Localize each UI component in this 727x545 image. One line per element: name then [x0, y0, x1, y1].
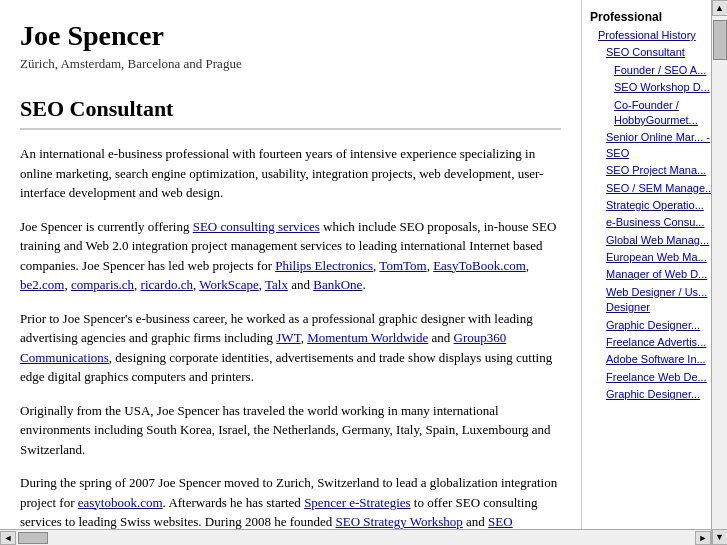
section-title: SEO Consultant: [20, 96, 561, 130]
sidebar-item-european-web[interactable]: European Web Ma...: [590, 250, 719, 265]
group360-link[interactable]: Group360 Communications: [20, 330, 506, 365]
tomtom-link[interactable]: TomTom: [379, 258, 426, 273]
sidebar-item-graphic-designer[interactable]: Graphic Designer...: [590, 318, 719, 333]
jwt-link[interactable]: JWT: [276, 330, 300, 345]
horizontal-scrollbar[interactable]: ◄ ►: [0, 529, 711, 545]
sidebar-item-web-designer[interactable]: Web Designer / Us... Designer: [590, 285, 719, 316]
momentum-link[interactable]: Momentum Worldwide: [307, 330, 428, 345]
scroll-up-arrow[interactable]: ▲: [712, 0, 728, 16]
paragraph-4: Originally from the USA, Joe Spencer has…: [20, 401, 561, 460]
paragraph-3: Prior to Joe Spencer's e-business career…: [20, 309, 561, 387]
seo-workshop-link[interactable]: SEO Strategy Workshop: [336, 514, 463, 529]
sidebar-item-freelance-advert[interactable]: Freelance Advertis...: [590, 335, 719, 350]
philips-link[interactable]: Philips Electronics: [275, 258, 373, 273]
scroll-down-arrow[interactable]: ▼: [712, 529, 728, 545]
scroll-left-arrow[interactable]: ◄: [0, 531, 16, 545]
paragraph-1: An international e-business professional…: [20, 144, 561, 203]
scroll-track: [16, 531, 695, 545]
seo-consulting-link[interactable]: SEO consulting services: [193, 219, 320, 234]
sidebar-item-cofounder[interactable]: Co-Founder / HobbyGourmet...: [590, 98, 719, 129]
scroll-thumb[interactable]: [713, 20, 727, 60]
sidebar: Professional Professional History SEO Co…: [582, 0, 727, 545]
workscape-link[interactable]: WorkScape: [199, 277, 259, 292]
sidebar-section-label: Professional: [590, 10, 719, 24]
bankone-link[interactable]: BankOne: [313, 277, 362, 292]
sidebar-item-seo-project[interactable]: SEO Project Mana...: [590, 163, 719, 178]
sidebar-item-ebusiness[interactable]: e-Business Consu...: [590, 215, 719, 230]
easytobook2-link[interactable]: easytobook.com: [78, 495, 163, 510]
sidebar-item-professional-history[interactable]: Professional History: [590, 28, 719, 43]
sidebar-item-graphic-designer2[interactable]: Graphic Designer...: [590, 387, 719, 402]
scroll-horizontal-thumb[interactable]: [18, 532, 48, 544]
sidebar-item-founder-seo[interactable]: Founder / SEO A...: [590, 63, 719, 78]
ricardo-link[interactable]: ricardo.ch: [141, 277, 193, 292]
main-content[interactable]: Joe Spencer Zürich, Amsterdam, Barcelona…: [0, 0, 582, 545]
talx-link[interactable]: Talx: [265, 277, 288, 292]
sidebar-item-adobe[interactable]: Adobe Software In...: [590, 352, 719, 367]
spencer-strategies-link[interactable]: Spencer e-Strategies: [304, 495, 410, 510]
page-wrapper: Joe Spencer Zürich, Amsterdam, Barcelona…: [0, 0, 727, 545]
easytobook-link[interactable]: EasyToBook.com: [433, 258, 526, 273]
be2-link[interactable]: be2.com: [20, 277, 64, 292]
comparis-link[interactable]: comparis.ch: [71, 277, 134, 292]
sidebar-item-senior-online[interactable]: Senior Online Mar... - SEO: [590, 130, 719, 161]
sidebar-item-seo-workshop[interactable]: SEO Workshop D...: [590, 80, 719, 95]
sidebar-item-manager-web[interactable]: Manager of Web D...: [590, 267, 719, 282]
page-title: Joe Spencer: [20, 20, 561, 52]
sidebar-item-seo-consultant[interactable]: SEO Consultant: [590, 45, 719, 60]
scroll-right-arrow[interactable]: ►: [695, 531, 711, 545]
page-subtitle: Zürich, Amsterdam, Barcelona and Prague: [20, 56, 561, 72]
sidebar-item-seo-sem[interactable]: SEO / SEM Manage...: [590, 181, 719, 196]
sidebar-item-strategic[interactable]: Strategic Operatio...: [590, 198, 719, 213]
vertical-scrollbar[interactable]: ▲ ▼: [711, 0, 727, 545]
paragraph-2: Joe Spencer is currently offering SEO co…: [20, 217, 561, 295]
sidebar-item-freelance-web[interactable]: Freelance Web De...: [590, 370, 719, 385]
sidebar-item-global-web[interactable]: Global Web Manag...: [590, 233, 719, 248]
